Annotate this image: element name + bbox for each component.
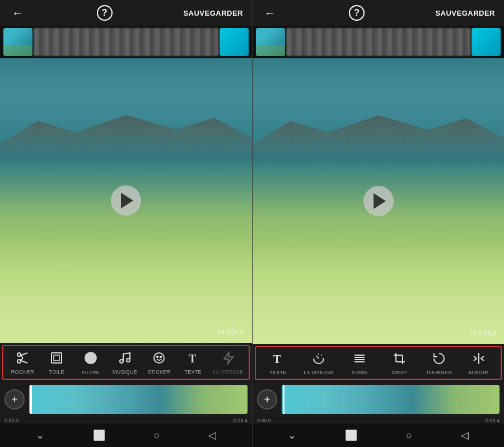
- tool-fond[interactable]: FOND: [346, 352, 374, 375]
- right-timestamps: 0:00.0 0:06.4: [253, 418, 504, 423]
- right-time-start: 0:00.0: [257, 418, 271, 423]
- left-save-button[interactable]: SAUVEGARDER: [183, 9, 243, 17]
- tool-crop[interactable]: CROP: [385, 352, 413, 375]
- right-panel: ← ? SAUVEGARDER InShOt T TEXTE: [252, 0, 504, 447]
- svg-text:T: T: [273, 353, 281, 365]
- right-add-button[interactable]: +: [257, 389, 277, 409]
- tool-texte-right[interactable]: T TEXTE: [264, 352, 292, 375]
- tool-filtre-label: FILTRE: [82, 370, 100, 375]
- left-header: ← ? SAUVEGARDER: [0, 0, 252, 26]
- svg-point-13: [160, 356, 161, 357]
- tool-tourner[interactable]: TOURNER: [425, 352, 453, 375]
- text-icon-left: T: [186, 351, 200, 367]
- right-thumb-2[interactable]: [472, 28, 501, 56]
- left-add-button[interactable]: +: [4, 389, 25, 409]
- left-time-start: 0:00.0: [4, 418, 18, 423]
- right-blurred-strip: [286, 28, 470, 56]
- left-play-button[interactable]: [111, 185, 141, 216]
- speed-icon: [312, 352, 325, 367]
- svg-rect-6: [52, 353, 62, 363]
- svg-line-4: [21, 356, 24, 358]
- smiley-icon: [152, 351, 166, 367]
- left-toolbar-items: ROGNER TOILE FILTRE: [3, 351, 249, 375]
- filter-icon: [83, 351, 98, 367]
- tool-lavitesse-right-label: LA VITESSE: [304, 370, 334, 375]
- tool-crop-label: CROP: [391, 370, 407, 375]
- right-watermark: InShOt: [469, 328, 497, 337]
- right-nav-home-icon[interactable]: ○: [406, 430, 412, 441]
- left-video-timeline[interactable]: [29, 385, 248, 414]
- tool-sticker-label: STICKER: [147, 369, 170, 375]
- left-nav-bar: ⌄ ⬜ ○ ◁: [0, 423, 252, 447]
- lines-icon: [353, 352, 366, 367]
- left-thumb-1[interactable]: [3, 28, 32, 56]
- tool-musique[interactable]: MUSIQUE: [111, 351, 139, 375]
- tool-lavitesse-right[interactable]: LA VITESSE: [304, 352, 334, 375]
- svg-rect-7: [54, 355, 59, 361]
- left-back-button[interactable]: ←: [9, 7, 26, 20]
- tool-texte-left[interactable]: T TEXTE: [179, 351, 207, 375]
- right-save-button[interactable]: SAUVEGARDER: [435, 9, 495, 17]
- left-toolbar: ROGNER TOILE FILTRE: [2, 345, 250, 380]
- nav-home-icon[interactable]: ○: [154, 430, 160, 441]
- tool-filtre[interactable]: FILTRE: [77, 351, 105, 375]
- left-timestamps: 0:00.0 0:06.4: [0, 418, 252, 423]
- tool-lavitesse-label: LA VITESSE: [213, 369, 243, 375]
- flip-icon: [472, 352, 486, 367]
- tool-musique-label: MUSIQUE: [113, 369, 137, 375]
- right-toolbar-items: T TEXTE LA VITESSE: [256, 352, 501, 375]
- lightning-icon: [222, 351, 235, 367]
- left-help-button[interactable]: ?: [97, 5, 113, 21]
- right-back-button[interactable]: ←: [262, 7, 278, 20]
- right-nav-bar: ⌄ ⬜ ○ ◁: [253, 423, 504, 447]
- svg-text:T: T: [189, 352, 197, 365]
- svg-point-9: [120, 360, 123, 363]
- svg-line-3: [21, 361, 28, 364]
- right-time-end: 0:06.4: [486, 418, 500, 423]
- svg-point-10: [127, 358, 130, 362]
- left-panel: ← ? SAUVEGARDER InShOt: [0, 0, 252, 447]
- svg-line-5: [21, 358, 24, 361]
- tool-texte-right-label: TEXTE: [269, 370, 287, 375]
- nav-back-icon[interactable]: ◁: [208, 429, 216, 441]
- scissors-icon: [16, 351, 29, 367]
- right-help-button[interactable]: ?: [349, 5, 365, 21]
- rotate-icon: [432, 352, 446, 367]
- right-nav-down-icon[interactable]: ⌄: [288, 429, 296, 441]
- right-play-button[interactable]: [363, 186, 394, 216]
- right-video-preview[interactable]: InShOt: [253, 58, 504, 344]
- text-icon-right: T: [271, 352, 284, 367]
- left-watermark: InShOt: [217, 327, 245, 336]
- right-thumb-1[interactable]: [256, 28, 285, 56]
- svg-point-11: [154, 353, 164, 363]
- right-bottom-controls: +: [253, 380, 504, 419]
- tool-rogner[interactable]: ROGNER: [8, 351, 36, 375]
- left-timeline-strip: [0, 26, 252, 58]
- tool-miroir-label: MIROIR: [469, 370, 488, 375]
- left-bottom-controls: +: [0, 380, 252, 419]
- frame-icon: [50, 351, 63, 367]
- svg-point-8: [85, 352, 97, 364]
- left-video-preview[interactable]: InShOt: [0, 58, 252, 343]
- nav-square-icon[interactable]: ⬜: [93, 429, 105, 441]
- tool-rogner-label: ROGNER: [11, 369, 34, 375]
- tool-toile[interactable]: TOILE: [43, 351, 71, 375]
- right-header: ← ? SAUVEGARDER: [253, 0, 504, 26]
- tool-lavitesse-partial[interactable]: LA VITESSE: [213, 351, 243, 375]
- left-time-end: 0:06.4: [234, 418, 248, 423]
- right-nav-back-icon[interactable]: ◁: [461, 429, 469, 441]
- left-thumb-2[interactable]: [220, 28, 249, 56]
- svg-line-2: [21, 353, 28, 356]
- right-video-timeline[interactable]: [282, 385, 500, 414]
- left-blurred-strip: [34, 28, 218, 56]
- tool-miroir[interactable]: MIROIR: [465, 352, 493, 375]
- tool-tourner-label: TOURNER: [426, 370, 452, 375]
- nav-down-icon[interactable]: ⌄: [36, 429, 44, 441]
- tool-texte-left-label: TEXTE: [184, 369, 202, 375]
- tool-sticker[interactable]: STICKER: [145, 351, 173, 375]
- right-toolbar: T TEXTE LA VITESSE: [255, 346, 502, 380]
- crop-icon: [393, 352, 406, 367]
- music-icon: [118, 351, 132, 367]
- right-nav-square-icon[interactable]: ⬜: [345, 429, 357, 441]
- tool-fond-label: FOND: [352, 370, 367, 375]
